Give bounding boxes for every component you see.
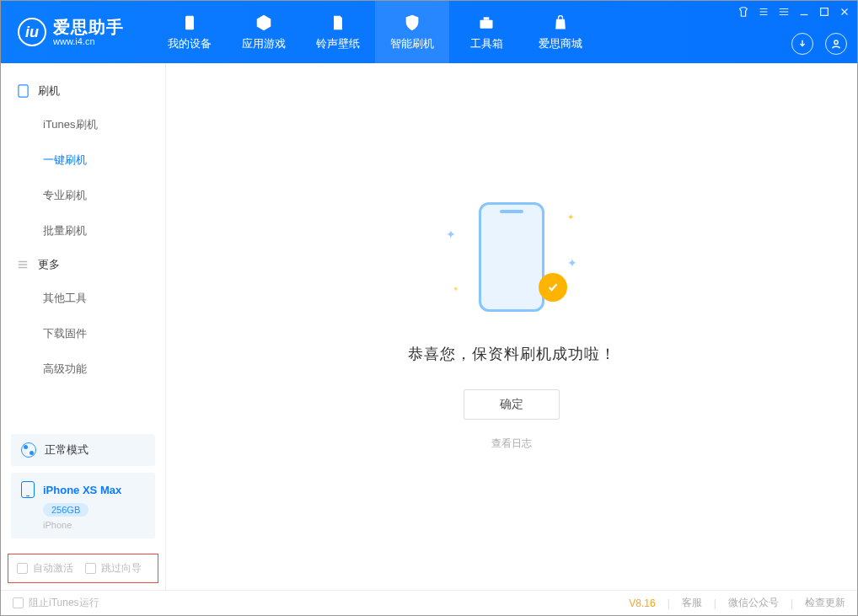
sidebar-item-onekey-flash[interactable]: 一键刷机 xyxy=(1,142,165,178)
shield-sync-icon xyxy=(402,13,422,33)
tab-my-device[interactable]: 我的设备 xyxy=(153,1,227,63)
close-icon[interactable] xyxy=(839,6,850,18)
tab-label: 铃声壁纸 xyxy=(316,36,360,51)
menu-icon[interactable] xyxy=(778,6,790,18)
tab-flash[interactable]: 智能刷机 xyxy=(375,1,449,63)
device-phone-icon xyxy=(21,481,35,498)
svg-rect-2 xyxy=(484,17,490,19)
check-badge-icon xyxy=(539,273,567,302)
sidebar-item-batch-flash[interactable]: 批量刷机 xyxy=(1,213,165,249)
list-outline-icon xyxy=(16,258,29,271)
check-update-link[interactable]: 检查更新 xyxy=(805,596,845,610)
tab-label: 智能刷机 xyxy=(390,36,434,51)
checkbox-icon xyxy=(13,597,24,608)
footer-right: V8.16 | 客服 | 微信公众号 | 检查更新 xyxy=(629,596,845,610)
sidebar: 刷机 iTunes刷机 一键刷机 专业刷机 批量刷机 更多 其他工具 下载固件 … xyxy=(1,63,166,590)
tshirt-icon[interactable] xyxy=(737,6,749,18)
sparkle-icon: ✦ xyxy=(446,228,456,241)
cube-icon xyxy=(254,13,274,33)
group-label: 更多 xyxy=(38,257,60,272)
phone-illustration xyxy=(479,202,544,312)
group-label: 刷机 xyxy=(38,83,60,99)
checkbox-skip-guide[interactable]: 跳过向导 xyxy=(85,561,142,576)
separator: | xyxy=(791,597,793,609)
top-tabs: 我的设备 应用游戏 铃声壁纸 智能刷机 工具箱 爱思商城 xyxy=(153,1,598,63)
highlight-options: 自动激活 跳过向导 xyxy=(8,554,158,583)
checkbox-auto-activate[interactable]: 自动激活 xyxy=(17,561,73,576)
bag-icon xyxy=(550,13,571,33)
music-file-icon xyxy=(328,13,348,33)
logo: iu 爱思助手 www.i4.cn xyxy=(1,1,153,63)
tab-label: 我的设备 xyxy=(168,36,212,51)
tab-apps[interactable]: 应用游戏 xyxy=(227,1,301,63)
logo-icon: iu xyxy=(18,18,46,46)
version-label: V8.16 xyxy=(629,597,655,609)
sparkle-icon: ✦ xyxy=(567,256,577,270)
normal-mode-icon xyxy=(21,442,36,458)
sidebar-item-advanced[interactable]: 高级功能 xyxy=(1,351,165,387)
ok-button[interactable]: 确定 xyxy=(464,389,560,420)
tab-ringtones[interactable]: 铃声壁纸 xyxy=(301,1,375,63)
checkbox-label: 阻止iTunes运行 xyxy=(29,596,99,610)
tab-label: 应用游戏 xyxy=(242,36,286,51)
sidebar-group-more: 更多 xyxy=(1,249,165,281)
window-controls xyxy=(737,6,850,18)
customer-service-link[interactable]: 客服 xyxy=(682,596,702,610)
separator: | xyxy=(714,597,716,609)
app-window: iu 爱思助手 www.i4.cn 我的设备 应用游戏 铃声壁纸 智能刷机 xyxy=(0,0,858,616)
separator: | xyxy=(668,597,670,609)
phone-outline-icon xyxy=(16,84,29,98)
user-icon[interactable] xyxy=(825,33,847,55)
device-name: iPhone XS Max xyxy=(43,484,121,496)
checkbox-icon xyxy=(17,563,28,574)
sparkle-icon: ✦ xyxy=(453,285,459,293)
sidebar-item-itunes-flash[interactable]: iTunes刷机 xyxy=(1,107,165,142)
sidebar-group-flash: 刷机 xyxy=(1,75,165,107)
device-box[interactable]: iPhone XS Max 256GB iPhone xyxy=(11,473,155,538)
sidebar-item-other-tools[interactable]: 其他工具 xyxy=(1,281,165,316)
success-illustration: ✦ ✦ ✦ ✦ xyxy=(461,202,562,320)
maximize-icon[interactable] xyxy=(818,6,830,18)
tab-label: 爱思商城 xyxy=(539,36,582,51)
success-message: 恭喜您，保资料刷机成功啦！ xyxy=(408,344,616,364)
download-icon[interactable] xyxy=(791,33,813,55)
svg-rect-1 xyxy=(480,20,493,29)
checkbox-label: 跳过向导 xyxy=(101,561,142,576)
header: iu 爱思助手 www.i4.cn 我的设备 应用游戏 铃声壁纸 智能刷机 xyxy=(1,1,857,63)
checkbox-label: 自动激活 xyxy=(33,561,73,576)
mode-box[interactable]: 正常模式 xyxy=(11,434,155,466)
footer: 阻止iTunes运行 V8.16 | 客服 | 微信公众号 | 检查更新 xyxy=(1,590,857,615)
main-content: ✦ ✦ ✦ ✦ 恭喜您，保资料刷机成功啦！ 确定 查看日志 xyxy=(166,63,857,590)
svg-rect-0 xyxy=(185,16,194,30)
checkbox-icon xyxy=(85,563,96,574)
sidebar-item-pro-flash[interactable]: 专业刷机 xyxy=(1,178,165,213)
header-user-area xyxy=(791,33,847,55)
body: 刷机 iTunes刷机 一键刷机 专业刷机 批量刷机 更多 其他工具 下载固件 … xyxy=(1,63,857,590)
tab-store[interactable]: 爱思商城 xyxy=(523,1,598,63)
minimize-icon[interactable] xyxy=(798,6,810,18)
svg-point-4 xyxy=(834,40,838,44)
checkbox-block-itunes[interactable]: 阻止iTunes运行 xyxy=(13,596,99,610)
view-log-link[interactable]: 查看日志 xyxy=(491,437,532,451)
sidebar-item-download-firmware[interactable]: 下载固件 xyxy=(1,316,165,351)
sparkle-icon: ✦ xyxy=(567,212,574,222)
wechat-link[interactable]: 微信公众号 xyxy=(728,596,779,610)
svg-rect-3 xyxy=(821,8,829,16)
svg-rect-5 xyxy=(18,85,27,97)
phone-icon xyxy=(180,13,200,33)
app-subtitle: www.i4.cn xyxy=(53,36,124,46)
app-title: 爱思助手 xyxy=(53,18,124,36)
toolbox-icon xyxy=(476,13,496,33)
tab-tools[interactable]: 工具箱 xyxy=(449,1,523,63)
capacity-badge: 256GB xyxy=(43,503,88,517)
tab-label: 工具箱 xyxy=(470,36,503,51)
device-type: iPhone xyxy=(43,520,145,530)
mode-label: 正常模式 xyxy=(45,442,88,458)
list-icon[interactable] xyxy=(758,6,770,18)
